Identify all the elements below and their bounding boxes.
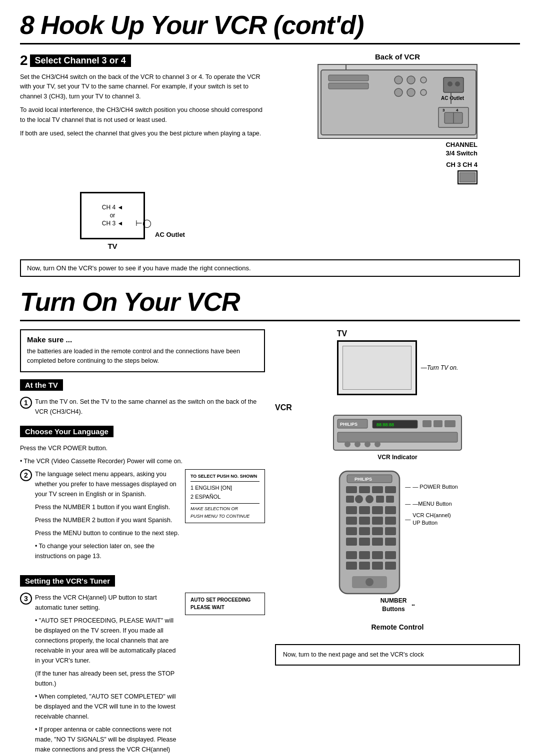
vcr-ch-up-annotation: — VCR CH(annel)UP Button: [405, 512, 458, 527]
svg-rect-37: [359, 486, 370, 493]
svg-rect-9: [444, 77, 464, 92]
section2-right: Back of VCR AC Outlet 3: [275, 52, 520, 186]
lang-select-inset: TO SELECT PUSH NO. SHOWN 1 ENGLISH [ON] …: [185, 469, 265, 523]
choose-lang-text3: The language select menu appears, asking…: [35, 469, 180, 499]
step2-title: Select Channel 3 or 4: [30, 54, 131, 67]
svg-point-10: [448, 81, 452, 86]
tuner-text4: • When completed, "AUTO SET COMPLETED" w…: [35, 692, 180, 722]
tuner-step-row: 3 Press the VCR CH(annel) UP button to s…: [20, 593, 180, 756]
auto-set-inset: AUTO SET PROCEEDING PLEASE WAIT: [185, 593, 265, 615]
choose-lang-text7: • To change your selection later on, see…: [35, 541, 180, 561]
menu-button-annotation: — —MENU Button: [405, 501, 458, 507]
tuner-inset-area: AUTO SET PROCEEDING PLEASE WAIT 3 Press …: [20, 593, 265, 756]
power-button-annotation: — — POWER Button: [405, 484, 458, 490]
svg-rect-68: [385, 562, 396, 570]
ch3-text: CH 3 ◄: [102, 219, 124, 228]
svg-point-5: [420, 77, 426, 83]
tuner-text5: • If proper antenna or cable connections…: [35, 725, 180, 756]
bottom-note-text: Now, turn to the next page and set the V…: [283, 651, 424, 658]
at-tv-text: Turn the TV on. Set the TV to the same c…: [35, 397, 265, 417]
svg-rect-63: [372, 551, 383, 559]
svg-point-70: [366, 578, 374, 586]
svg-rect-28: [338, 432, 458, 442]
svg-text:PHILIPS: PHILIPS: [340, 422, 358, 427]
svg-rect-59: [372, 538, 383, 546]
svg-text:88:88:88: 88:88:88: [376, 422, 394, 427]
svg-point-6: [394, 88, 402, 96]
section2-left: 2 Select Channel 3 or 4 Set the CH3/CH4 …: [20, 52, 265, 186]
channel-switch-info: CHANNEL3/4 Switch CH 3 CH 4: [318, 141, 478, 186]
at-tv-step-row: 1 Turn the TV on. Set the TV to the same…: [20, 397, 265, 420]
remote-control-diagram: PHILIPS: [337, 469, 402, 599]
choose-lang-body: The language select menu appears, asking…: [35, 469, 180, 564]
step1-circle: 1: [20, 397, 32, 409]
svg-rect-53: [346, 527, 357, 535]
svg-rect-54: [359, 527, 370, 535]
svg-rect-67: [372, 562, 383, 570]
vcr-back-diagram: AC Outlet 3 4: [318, 64, 478, 139]
auto-set-line2: PLEASE WAIT: [190, 604, 260, 612]
remote-annotations: — — POWER Button — —MENU Button — VCR CH…: [405, 469, 458, 527]
svg-rect-52: [385, 517, 396, 525]
svg-rect-43: [376, 496, 384, 503]
remote-section: PHILIPS: [337, 469, 458, 599]
svg-rect-36: [346, 486, 357, 493]
svg-rect-2: [328, 83, 368, 89]
choose-lang-section: Choose Your Language Press the VCR POWER…: [20, 426, 265, 569]
step2-circle: 2: [20, 469, 32, 481]
choose-lang-step-row: 2 The language select menu appears, aski…: [20, 469, 180, 564]
svg-point-11: [455, 81, 460, 86]
section2-para1: Set the CH3/CH4 switch on the back of th…: [20, 72, 265, 101]
svg-point-7: [407, 88, 415, 96]
svg-point-31: [364, 441, 370, 447]
step2-number: 2: [20, 52, 28, 68]
vcr-body-diagram: PHILIPS 88:88:88: [332, 414, 462, 452]
tv-right-diagram: TV —Turn TV on.: [337, 329, 458, 395]
svg-point-30: [354, 441, 360, 447]
svg-point-8: [420, 89, 426, 95]
svg-rect-45: [346, 506, 357, 514]
svg-point-42: [366, 495, 374, 503]
svg-rect-57: [346, 538, 357, 546]
ac-outlet2-label: AC Outlet: [155, 231, 185, 238]
choose-lang-text4: Press the NUMBER 1 button if you want En…: [35, 502, 180, 512]
svg-rect-61: [346, 551, 357, 559]
svg-rect-44: [386, 496, 394, 503]
svg-rect-64: [385, 551, 396, 559]
section2-wrapper: 2 Select Channel 3 or 4 Set the CH3/CH4 …: [20, 52, 520, 186]
svg-text:AC Outlet: AC Outlet: [441, 95, 464, 101]
tuner-text1: Press the VCR CH(annel) UP button to sta…: [35, 593, 180, 613]
svg-rect-48: [385, 506, 396, 514]
step3-circle: 3: [20, 593, 32, 605]
tuner-title: Setting the VCR's Tuner: [20, 575, 115, 587]
ch3-ch4-label: CH 3 CH 4: [446, 161, 478, 168]
number-remote-row: NUMBERButtons ◀◀: [380, 597, 415, 614]
svg-rect-49: [346, 517, 357, 525]
turn-tv-on-label: —Turn TV on.: [421, 364, 458, 371]
svg-rect-1: [328, 75, 368, 81]
tuner-body: Press the VCR CH(annel) UP button to sta…: [35, 593, 180, 756]
svg-rect-25: [422, 420, 432, 427]
svg-rect-51: [372, 517, 383, 525]
svg-rect-40: [346, 496, 354, 503]
ch4-text: CH 4 ◄: [102, 203, 124, 212]
tuner-section: Setting the VCR's Tuner AUTO SET PROCEED…: [20, 575, 265, 756]
svg-rect-60: [385, 538, 396, 546]
svg-text:4: 4: [456, 108, 458, 112]
bottom-note-box: Now, turn to the next page and set the V…: [275, 644, 520, 666]
tv-diagram: CH 4 ◄ or CH 3 ◄ ⊢◯: [80, 192, 145, 239]
svg-rect-39: [385, 486, 396, 493]
make-sure-text: the batteries are loaded in the remote c…: [27, 347, 258, 366]
choose-lang-inset-area: TO SELECT PUSH NO. SHOWN 1 ENGLISH [ON] …: [20, 469, 265, 569]
choose-lang-text6: Press the MENU button to continue to the…: [35, 528, 180, 538]
turn-on-title: Turn On Your VCR: [20, 287, 520, 321]
step2-label: 2 Select Channel 3 or 4: [20, 52, 265, 68]
svg-rect-26: [434, 420, 442, 427]
section2-para3: If both are used, select the channel tha…: [20, 129, 265, 138]
turnon-right: TV —Turn TV on. VCR PHILIPS 88:88:88: [275, 329, 520, 756]
tv-right-label: TV: [337, 329, 347, 338]
svg-text:PHILIPS: PHILIPS: [354, 477, 372, 482]
choose-lang-text5: Press the NUMBER 2 button if you want Sp…: [35, 515, 180, 525]
at-tv-title: At the TV: [20, 379, 63, 391]
turnon-left: Make sure ... the batteries are loaded i…: [20, 329, 265, 756]
